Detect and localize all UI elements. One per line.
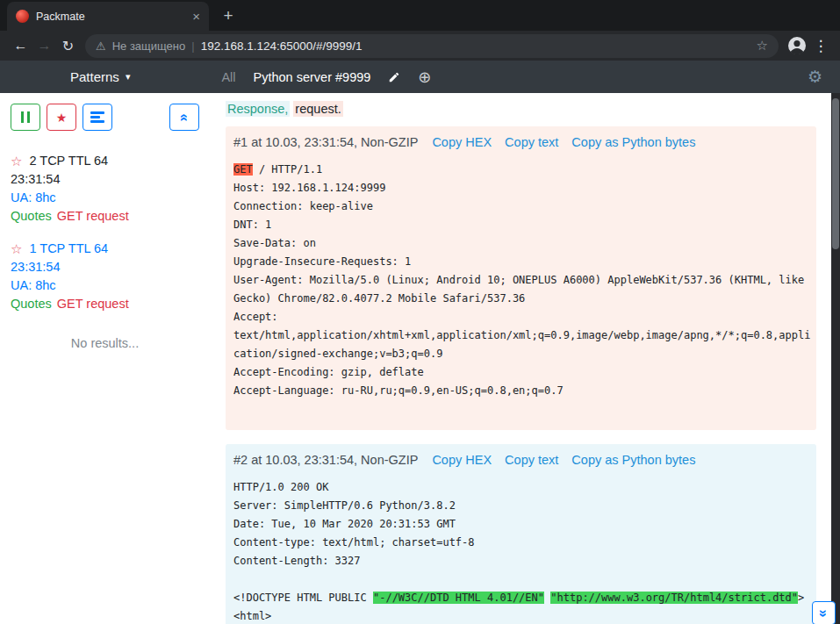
- browser-tab[interactable]: Packmate ×: [7, 2, 209, 31]
- add-pattern-button[interactable]: ⊕: [418, 69, 431, 85]
- collapse-sidebar-button[interactable]: «: [169, 104, 199, 131]
- stream-head: ☆ 1 TCP TTL 64: [11, 240, 199, 258]
- patterns-dropdown[interactable]: Patterns ▾: [70, 69, 130, 84]
- browser-tab-bar: Packmate × +: [0, 0, 840, 31]
- pattern-tabs: All Python server #9999 ⊕: [221, 69, 431, 85]
- streams-sidebar: ★ « ☆ 2 TCP TTL 64 23:31:54 UA: 8hc Quot…: [0, 93, 206, 624]
- packet-meta: #2 at 10.03, 23:31:54, Non-GZIP: [233, 453, 418, 467]
- tab-python-server[interactable]: Python server #9999: [254, 70, 371, 84]
- highlighted-match: "http://www.w3.org/TR/html4/strict.dtd": [550, 592, 798, 604]
- packets-panel: Response, request. #1 at 10.03, 23:31:54…: [206, 93, 831, 624]
- highlighted-request-method: GET: [233, 163, 253, 176]
- pause-icon: [21, 111, 31, 123]
- stream-list-item[interactable]: ☆ 2 TCP TTL 64 23:31:54 UA: 8hc Quotes G…: [11, 152, 199, 226]
- content-area: ★ « ☆ 2 TCP TTL 64 23:31:54 UA: 8hc Quot…: [0, 93, 840, 624]
- packet-header: #1 at 10.03, 23:31:54, Non-GZIP Copy HEX…: [233, 135, 811, 149]
- not-secure-warning-icon[interactable]: ⚠: [96, 39, 106, 53]
- copy-text-link[interactable]: Copy text: [505, 135, 558, 149]
- pause-capture-button[interactable]: [11, 104, 40, 131]
- tag-quotes: Quotes: [11, 295, 52, 313]
- patterns-label: Patterns: [70, 69, 119, 84]
- stream-head: ☆ 2 TCP TTL 64: [11, 152, 199, 170]
- stream-user-agent: UA: 8hc: [11, 189, 199, 207]
- settings-gear-icon[interactable]: ⚙: [808, 68, 822, 85]
- reload-button[interactable]: ↻: [56, 34, 80, 58]
- favorites-filter-button[interactable]: ★: [47, 104, 76, 131]
- profile-avatar-icon[interactable]: [786, 34, 808, 57]
- stream-time: 23:31:54: [11, 258, 199, 276]
- legend-response: Response,: [226, 101, 290, 117]
- packet-block-response: #2 at 10.03, 23:31:54, Non-GZIP Copy HEX…: [226, 444, 816, 624]
- packet-meta: #1 at 10.03, 23:31:54, Non-GZIP: [233, 135, 418, 149]
- no-results-text: No results...: [11, 336, 199, 350]
- chevron-double-up-icon: «: [176, 113, 192, 121]
- stream-title[interactable]: 1 TCP TTL 64: [29, 240, 108, 258]
- packet-text: / HTTP/1.1 Host: 192.168.1.124:9999 Conn…: [233, 163, 810, 397]
- stream-list-item-selected[interactable]: ☆ 1 TCP TTL 64 23:31:54 UA: 8hc Quotes G…: [11, 240, 199, 313]
- pencil-icon: [388, 71, 400, 83]
- edit-pattern-button[interactable]: [388, 71, 400, 83]
- omnibox-divider: |: [191, 39, 194, 53]
- copy-hex-link[interactable]: Copy HEX: [432, 135, 492, 149]
- star-icon: ★: [56, 111, 68, 125]
- chevron-double-down-icon: »: [816, 609, 832, 617]
- stream-title[interactable]: 2 TCP TTL 64: [29, 152, 108, 170]
- scrollbar[interactable]: [831, 93, 840, 624]
- packet-block-request: #1 at 10.03, 23:31:54, Non-GZIP Copy HEX…: [226, 126, 816, 430]
- copy-python-bytes-link[interactable]: Copy as Python bytes: [571, 453, 695, 467]
- tag-get-request: GET request: [57, 295, 129, 313]
- tab-all-patterns[interactable]: All: [221, 70, 235, 84]
- tag-quotes: Quotes: [11, 207, 52, 226]
- tag-get-request: GET request: [57, 207, 129, 226]
- copy-text-link[interactable]: Copy text: [505, 453, 558, 467]
- url-text[interactable]: 192.168.1.124:65000/#/9999/1: [201, 39, 750, 53]
- packet-header: #2 at 10.03, 23:31:54, Non-GZIP Copy HEX…: [233, 453, 811, 467]
- packmate-favicon-icon: [16, 10, 29, 23]
- autoscroll-toggle-button[interactable]: [83, 104, 112, 131]
- packet-legend: Response, request.: [226, 102, 816, 116]
- copy-python-bytes-link[interactable]: Copy as Python bytes: [571, 135, 695, 149]
- stream-tags: Quotes GET request: [11, 295, 199, 313]
- packet-body: GET / HTTP/1.1 Host: 192.168.1.124:9999 …: [233, 161, 811, 400]
- security-label[interactable]: Не защищено: [112, 39, 186, 53]
- app-header: Patterns ▾ All Python server #9999 ⊕ ⚙: [0, 61, 840, 93]
- scrollbar-thumb[interactable]: [832, 98, 839, 249]
- back-button[interactable]: ←: [9, 34, 32, 58]
- scroll-to-bottom-button[interactable]: »: [812, 601, 836, 624]
- tab-close-icon[interactable]: ×: [192, 9, 200, 24]
- list-lines-icon: [90, 111, 104, 123]
- new-tab-button[interactable]: +: [216, 4, 241, 28]
- packet-body: HTTP/1.0 200 OK Server: SimpleHTTP/0.6 P…: [233, 478, 811, 624]
- caret-down-icon: ▾: [126, 71, 131, 82]
- browser-menu-icon[interactable]: ⋮: [810, 34, 831, 57]
- forward-button[interactable]: →: [32, 34, 56, 58]
- favorite-star-icon[interactable]: ☆: [11, 152, 22, 170]
- legend-request: request.: [293, 101, 342, 117]
- browser-toolbar: ← → ↻ ⚠ Не защищено | 192.168.1.124:6500…: [0, 31, 840, 61]
- sidebar-toolbar: ★ «: [11, 104, 199, 131]
- stream-time: 23:31:54: [11, 170, 199, 189]
- stream-tags: Quotes GET request: [11, 207, 199, 226]
- bookmark-star-icon[interactable]: ☆: [757, 38, 768, 54]
- copy-hex-link[interactable]: Copy HEX: [432, 453, 492, 467]
- address-bar[interactable]: ⚠ Не защищено | 192.168.1.124:65000/#/99…: [85, 34, 779, 58]
- avatar: [786, 35, 808, 56]
- tab-title: Packmate: [36, 11, 185, 23]
- favorite-star-icon[interactable]: ☆: [11, 240, 22, 258]
- packet-text: HTTP/1.0 200 OK Server: SimpleHTTP/0.6 P…: [233, 481, 475, 604]
- stream-user-agent: UA: 8hc: [11, 276, 199, 295]
- highlighted-match: "-//W3C//DTD HTML 4.01//EN": [373, 592, 544, 604]
